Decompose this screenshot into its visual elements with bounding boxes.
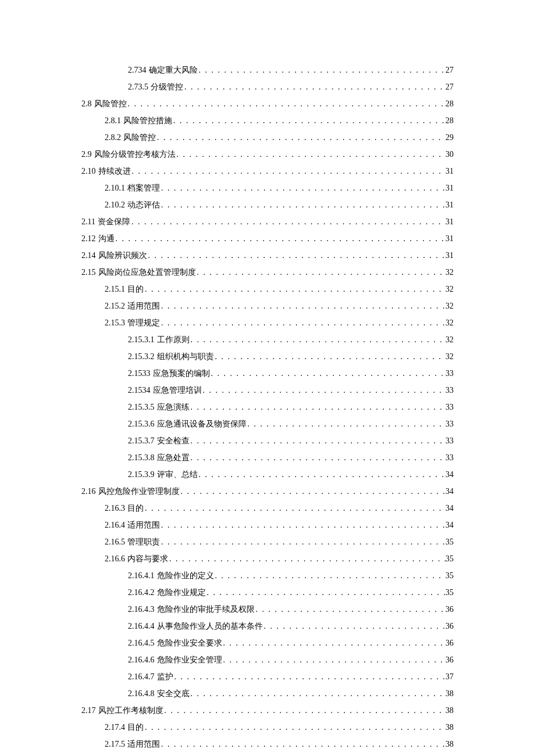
toc-title: 风控工作考核制度 bbox=[96, 704, 163, 716]
toc-page-number: 32 bbox=[445, 300, 454, 312]
toc-title: 风险管控 bbox=[121, 131, 156, 144]
toc-number: 2.15.3.8 bbox=[128, 452, 155, 464]
toc-entry: 2.16.4.6 危险作业安全管理. . . . . . . . . . . .… bbox=[81, 654, 454, 666]
toc-leader-dots: . . . . . . . . . . . . . . . . . . . . … bbox=[190, 687, 446, 700]
toc-title: 内容与要求 bbox=[125, 553, 168, 565]
toc-title: 风险分级管控考核方法 bbox=[92, 148, 176, 160]
toc-entry: 2.15 风险岗位应急处置管理制度. . . . . . . . . . . .… bbox=[81, 266, 454, 278]
toc-number: 2.8.1 bbox=[105, 114, 121, 127]
toc-number: 2.9 bbox=[81, 148, 92, 160]
toc-number: 2.734 bbox=[128, 64, 147, 76]
toc-entry: 2.16.4.5 危险作业安全要求. . . . . . . . . . . .… bbox=[81, 637, 454, 649]
toc-title: 确定重大风险 bbox=[147, 64, 198, 76]
toc-title: 风险管控措施 bbox=[121, 114, 172, 127]
toc-leader-dots: . . . . . . . . . . . . . . . . . . . . … bbox=[160, 317, 445, 329]
toc-leader-dots: . . . . . . . . . . . . . . . . . . . . … bbox=[176, 148, 446, 160]
toc-leader-dots: . . . . . . . . . . . . . . . . . . . . … bbox=[190, 334, 446, 346]
toc-leader-dots: . . . . . . . . . . . . . . . . . . . . … bbox=[130, 216, 445, 228]
toc-entry: 2.73.5分级管控. . . . . . . . . . . . . . . … bbox=[81, 81, 454, 93]
toc-entry: 2.17 风控工作考核制度. . . . . . . . . . . . . .… bbox=[81, 704, 454, 716]
toc-entry: 2.9 风险分级管控考核方法. . . . . . . . . . . . . … bbox=[81, 148, 454, 160]
toc-title: 危险作业的审批手续及权限 bbox=[155, 603, 255, 615]
toc-title: 动态评估 bbox=[125, 199, 160, 211]
toc-entry: 2.16.4.8 安全交底. . . . . . . . . . . . . .… bbox=[81, 687, 454, 700]
toc-title: 管理职责 bbox=[125, 536, 160, 548]
toc-leader-dots: . . . . . . . . . . . . . . . . . . . . … bbox=[198, 64, 446, 76]
toc-title: 危险作业的定义 bbox=[155, 569, 214, 582]
toc-leader-dots: . . . . . . . . . . . . . . . . . . . . … bbox=[147, 249, 446, 261]
toc-title: 危险作业规定 bbox=[155, 586, 206, 599]
toc-page-number: 32 bbox=[445, 350, 454, 363]
toc-number: 2.16.4.3 bbox=[128, 603, 155, 615]
toc-number: 2.8.2 bbox=[105, 131, 121, 144]
toc-leader-dots: . . . . . . . . . . . . . . . . . . . . … bbox=[214, 569, 446, 582]
toc-page-number: 35 bbox=[445, 553, 454, 565]
toc-number: 2.16.4.6 bbox=[128, 654, 155, 666]
toc-number: 2.16.5 bbox=[105, 536, 125, 548]
toc-entry: 2.16.3 目的. . . . . . . . . . . . . . . .… bbox=[81, 502, 454, 514]
toc-leader-dots: . . . . . . . . . . . . . . . . . . . . … bbox=[190, 452, 446, 464]
toc-entry: 2.10 持续改进. . . . . . . . . . . . . . . .… bbox=[81, 165, 454, 177]
toc-page-number: 36 bbox=[445, 637, 454, 649]
toc-number: 2.16.3 bbox=[105, 502, 125, 514]
toc-page-number: 34 bbox=[445, 502, 454, 514]
toc-leader-dots: . . . . . . . . . . . . . . . . . . . . … bbox=[190, 435, 446, 447]
toc-leader-dots: . . . . . . . . . . . . . . . . . . . . … bbox=[210, 367, 446, 379]
toc-entry: 2.16.4.7 监护. . . . . . . . . . . . . . .… bbox=[81, 671, 454, 683]
toc-entry: 2.8.2 风险管控. . . . . . . . . . . . . . . … bbox=[81, 131, 454, 144]
toc-entry: 2.17.5 适用范围. . . . . . . . . . . . . . .… bbox=[81, 738, 454, 750]
toc-page-number: 27 bbox=[445, 81, 454, 93]
toc-leader-dots: . . . . . . . . . . . . . . . . . . . . … bbox=[214, 350, 446, 363]
toc-leader-dots: . . . . . . . . . . . . . . . . . . . . … bbox=[263, 620, 446, 632]
toc-entry: 2.15.3 管理规定. . . . . . . . . . . . . . .… bbox=[81, 317, 454, 329]
toc-entry: 2.15.3.8 应急处置. . . . . . . . . . . . . .… bbox=[81, 452, 454, 464]
toc-title: 危险作业安全管理 bbox=[155, 654, 222, 666]
toc-number: 2.16.4.2 bbox=[128, 586, 155, 599]
toc-leader-dots: . . . . . . . . . . . . . . . . . . . . … bbox=[198, 468, 446, 481]
toc-number: 2.17.5 bbox=[105, 738, 125, 750]
toc-title: 持续改进 bbox=[96, 165, 131, 177]
toc-title: 风控危险作业管理制度 bbox=[96, 485, 180, 497]
toc-leader-dots: . . . . . . . . . . . . . . . . . . . . … bbox=[131, 165, 446, 177]
toc-page-number: 36 bbox=[445, 620, 454, 632]
toc-page-number: 31 bbox=[445, 182, 454, 194]
toc-page-number: 28 bbox=[445, 98, 454, 110]
toc-leader-dots: . . . . . . . . . . . . . . . . . . . . … bbox=[202, 384, 446, 396]
toc-page-number: 31 bbox=[445, 232, 454, 245]
toc-page-number: 28 bbox=[445, 114, 454, 127]
toc-leader-dots: . . . . . . . . . . . . . . . . . . . . … bbox=[172, 114, 445, 127]
toc-title: 风险辨识频次 bbox=[96, 249, 147, 261]
toc-leader-dots: . . . . . . . . . . . . . . . . . . . . … bbox=[160, 738, 445, 750]
toc-entry: 2.15.3.2 组织机构与职责. . . . . . . . . . . . … bbox=[81, 350, 454, 363]
toc-page-number: 34 bbox=[445, 519, 454, 531]
toc-title: 目的 bbox=[125, 502, 144, 514]
toc-entry: 2.1533应急预案的编制. . . . . . . . . . . . . .… bbox=[81, 367, 454, 379]
toc-leader-dots: . . . . . . . . . . . . . . . . . . . . … bbox=[222, 637, 446, 649]
toc-entry: 2.15.3.5 应急演练. . . . . . . . . . . . . .… bbox=[81, 401, 454, 413]
toc-title: 资金保障 bbox=[95, 216, 130, 228]
toc-page-number: 35 bbox=[445, 536, 454, 548]
toc-entry: 2.8 风险管控. . . . . . . . . . . . . . . . … bbox=[81, 98, 454, 110]
toc-leader-dots: . . . . . . . . . . . . . . . . . . . . … bbox=[222, 654, 446, 666]
toc-entry: 2.16.4.1 危险作业的定义. . . . . . . . . . . . … bbox=[81, 569, 454, 582]
toc-entry: 2.14 风险辨识频次. . . . . . . . . . . . . . .… bbox=[81, 249, 454, 261]
toc-title: 档案管理 bbox=[125, 182, 160, 194]
toc-page-number: 33 bbox=[445, 418, 454, 430]
toc-entry: 2.10.2 动态评估. . . . . . . . . . . . . . .… bbox=[81, 199, 454, 211]
toc-leader-dots: . . . . . . . . . . . . . . . . . . . . … bbox=[247, 418, 446, 430]
toc-entry: 2.12 沟通. . . . . . . . . . . . . . . . .… bbox=[81, 232, 454, 245]
toc-page-number: 36 bbox=[445, 654, 454, 666]
toc-number: 2.15.3.6 bbox=[128, 418, 155, 430]
toc-number: 2.16.6 bbox=[105, 553, 125, 565]
toc-entry: 2.16.5 管理职责. . . . . . . . . . . . . . .… bbox=[81, 536, 454, 548]
toc-leader-dots: . . . . . . . . . . . . . . . . . . . . … bbox=[156, 131, 445, 144]
toc-entry: 2.16.4.3 危险作业的审批手续及权限. . . . . . . . . .… bbox=[81, 603, 454, 615]
toc-number: 2.16.4.5 bbox=[128, 637, 155, 649]
toc-entry: 2.734确定重大风险. . . . . . . . . . . . . . .… bbox=[81, 64, 454, 76]
toc-entry: 2.16 风控危险作业管理制度. . . . . . . . . . . . .… bbox=[81, 485, 454, 497]
toc-number: 2.16.4.7 bbox=[128, 671, 155, 683]
toc-number: 2.8 bbox=[81, 98, 92, 110]
toc-page-number: 38 bbox=[445, 687, 454, 700]
toc-page-number: 35 bbox=[445, 569, 454, 582]
toc-number: 2.10.2 bbox=[105, 199, 125, 211]
